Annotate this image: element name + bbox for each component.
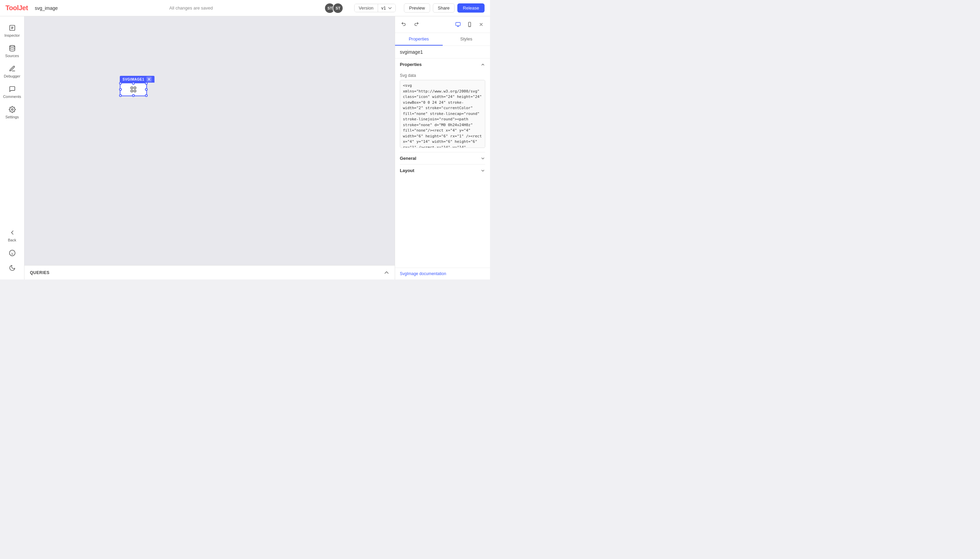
svg-data-label: Svg data <box>400 73 485 78</box>
chevron-down-icon <box>388 6 392 10</box>
logo-tool: Tool <box>5 4 19 12</box>
panel-view-icons <box>453 20 486 29</box>
sidebar-item-settings[interactable]: Settings <box>0 102 24 122</box>
bubble-icon <box>8 249 17 257</box>
sidebar-item-bubble[interactable] <box>0 245 24 260</box>
svg-rect-8 <box>456 22 460 25</box>
tab-properties[interactable]: Properties <box>395 33 443 46</box>
layout-section-title: Layout <box>400 168 415 173</box>
close-panel-button[interactable] <box>476 20 486 29</box>
resize-handle-tr[interactable] <box>145 82 148 85</box>
comments-icon <box>8 85 17 93</box>
resize-handle-bl[interactable] <box>119 94 122 97</box>
sidebar-item-comments[interactable]: Comments <box>0 82 24 102</box>
settings-icon <box>8 106 17 114</box>
sources-label: Sources <box>5 54 19 58</box>
queries-toggle-button[interactable] <box>384 270 389 275</box>
logo: ToolJet <box>5 4 28 12</box>
layout-section-header[interactable]: Layout <box>395 165 490 177</box>
properties-section-title: Properties <box>400 62 421 67</box>
svg-rect-5 <box>134 87 136 89</box>
sidebar-item-inspector[interactable]: Inspector <box>0 20 24 41</box>
back-label: Back <box>8 238 16 242</box>
avatar-2: ST <box>332 3 343 13</box>
resize-handle-ml[interactable] <box>119 88 122 91</box>
widget-delete-button[interactable] <box>146 76 152 82</box>
moon-icon <box>8 264 17 272</box>
logo-jet: Jet <box>19 4 28 12</box>
sidebar-item-theme[interactable] <box>0 260 24 275</box>
widget-svg-preview <box>129 86 137 93</box>
canvas-inner: SVGIMAGE1 <box>25 17 395 280</box>
comments-label: Comments <box>3 94 21 99</box>
version-value: v1 <box>381 5 386 10</box>
resize-handle-mr[interactable] <box>145 88 148 91</box>
preview-button[interactable]: Preview <box>404 3 430 13</box>
doc-link[interactable]: SvgImage documentation <box>395 268 490 280</box>
svg-data-input[interactable] <box>400 80 485 148</box>
widget-body <box>120 83 147 96</box>
sidebar-item-debugger[interactable]: Debugger <box>0 61 24 82</box>
resize-handle-bm[interactable] <box>132 94 135 97</box>
debugger-icon <box>8 64 17 73</box>
canvas-area[interactable]: SVGIMAGE1 <box>25 17 395 280</box>
svg-rect-6 <box>131 90 133 92</box>
general-collapse-icon <box>481 156 485 161</box>
inspector-label: Inspector <box>5 33 20 37</box>
resize-handle-tm[interactable] <box>132 82 135 85</box>
properties-section-header[interactable]: Properties <box>395 58 490 70</box>
settings-label: Settings <box>5 115 19 119</box>
back-icon <box>8 228 17 237</box>
general-section-header[interactable]: General <box>395 152 490 164</box>
panel-tabs: Properties Styles <box>395 33 490 46</box>
resize-handle-br[interactable] <box>145 94 148 97</box>
save-status: All changes are saved <box>63 5 319 10</box>
topbar-actions: Preview Share Release <box>404 3 484 13</box>
general-section-title: General <box>400 156 416 161</box>
sources-icon <box>8 44 17 52</box>
component-name: svgimage1 <box>395 46 490 58</box>
debugger-label: Debugger <box>4 74 20 78</box>
svg-point-2 <box>11 109 13 111</box>
sidebar-item-back[interactable]: Back <box>0 225 24 245</box>
properties-collapse-icon <box>481 62 485 67</box>
tab-styles[interactable]: Styles <box>443 33 490 46</box>
svg-point-1 <box>10 46 15 47</box>
svg-data-section: Svg data <box>395 70 490 152</box>
widget-selected[interactable]: SVGIMAGE1 <box>120 76 154 96</box>
mobile-view-button[interactable] <box>465 20 474 29</box>
desktop-view-button[interactable] <box>453 20 463 29</box>
sidebar-bottom: Back <box>0 225 24 275</box>
release-button[interactable]: Release <box>457 3 484 13</box>
undo-button[interactable] <box>399 20 409 29</box>
svg-rect-7 <box>134 90 136 92</box>
right-panel: Properties Styles svgimage1 Properties S… <box>395 17 490 280</box>
version-label: Version <box>355 4 378 12</box>
queries-label: QUERIES <box>30 270 50 275</box>
redo-button[interactable] <box>411 20 421 29</box>
right-panel-toolbar <box>395 17 490 33</box>
sidebar: Inspector Sources Debugger <box>0 17 25 280</box>
version-select[interactable]: v1 <box>378 4 396 12</box>
app-name: svg_image <box>35 5 58 11</box>
version-group: Version v1 <box>354 4 396 12</box>
share-button[interactable]: Share <box>433 3 455 13</box>
avatar-group: ST ST <box>324 3 343 13</box>
main-layout: Inspector Sources Debugger <box>0 17 490 280</box>
widget-name: SVGIMAGE1 <box>123 78 144 81</box>
widget-label-bar: SVGIMAGE1 <box>120 76 154 83</box>
sidebar-item-sources[interactable]: Sources <box>0 41 24 61</box>
svg-rect-4 <box>131 87 133 89</box>
svg-point-3 <box>9 250 15 256</box>
history-icons <box>399 20 421 29</box>
inspector-icon <box>8 24 17 32</box>
resize-handle-tl[interactable] <box>119 82 122 85</box>
queries-bar: QUERIES <box>25 265 395 280</box>
topbar: ToolJet svg_image All changes are saved … <box>0 0 490 17</box>
layout-collapse-icon <box>481 168 485 173</box>
